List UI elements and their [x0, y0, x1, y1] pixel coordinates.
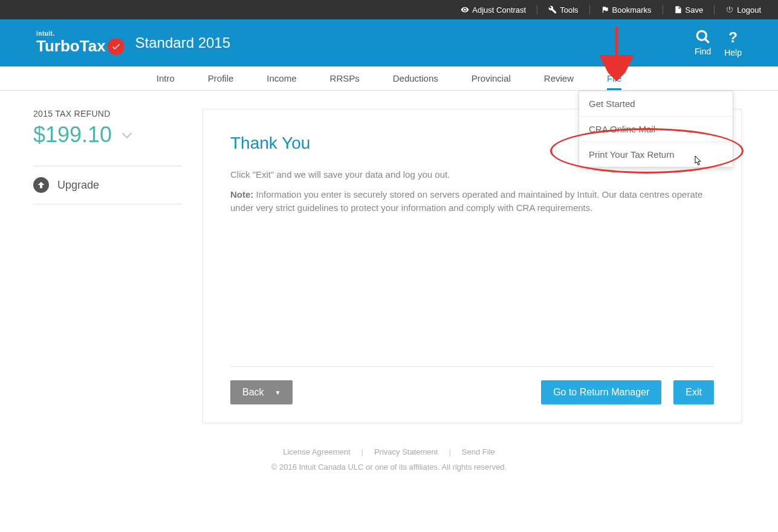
power-icon [725, 5, 734, 14]
separator [663, 5, 663, 15]
flag-icon [601, 5, 609, 14]
search-icon [695, 29, 711, 45]
question-icon: ? [728, 29, 737, 46]
separator: | [449, 447, 450, 456]
save-link[interactable]: Save [669, 5, 708, 15]
panel-footer: Back ▼ Go to Return Manager Exit [230, 366, 714, 404]
nav-tabs: Intro Profile Income RRSPs Deductions Pr… [0, 66, 778, 91]
tab-deductions[interactable]: Deductions [393, 67, 438, 89]
header-brand: intuit. TurboTax Standard 2015 [36, 30, 230, 56]
dropdown-get-started[interactable]: Get Started [579, 91, 733, 117]
refund-amount: $199.10 [33, 122, 112, 148]
separator [714, 5, 715, 15]
page-footer: License Agreement | Privacy Statement | … [0, 447, 778, 472]
svg-point-0 [697, 31, 706, 40]
privacy-link[interactable]: Privacy Statement [374, 447, 438, 456]
file-icon [674, 5, 682, 14]
return-manager-button[interactable]: Go to Return Manager [541, 380, 661, 404]
tab-income[interactable]: Income [267, 67, 296, 89]
tab-provincial[interactable]: Provincial [472, 67, 511, 89]
adjust-contrast-label: Adjust Contrast [472, 5, 526, 15]
refund-row[interactable]: $199.10 [33, 122, 181, 148]
utility-bar: Adjust Contrast Tools Bookmarks Save Log… [0, 0, 778, 19]
check-badge-icon [108, 38, 125, 55]
tab-review[interactable]: Review [544, 67, 574, 89]
file-dropdown: Get Started CRA Online Mail Print Your T… [579, 91, 733, 167]
caret-down-icon: ▼ [275, 389, 281, 396]
send-file-link[interactable]: Send File [462, 447, 495, 456]
sidebar: 2015 TAX REFUND $199.10 Upgrade [33, 109, 181, 423]
exit-button[interactable]: Exit [673, 380, 714, 404]
tab-profile[interactable]: Profile [208, 67, 234, 89]
tab-intro[interactable]: Intro [157, 67, 175, 89]
find-button[interactable]: Find [695, 29, 711, 57]
chevron-down-icon [120, 131, 134, 139]
license-link[interactable]: License Agreement [283, 447, 350, 456]
logo: intuit. TurboTax [36, 30, 125, 56]
adjust-contrast-link[interactable]: Adjust Contrast [456, 5, 531, 15]
dropdown-cra-mail[interactable]: CRA Online Mail [579, 117, 733, 142]
separator: | [361, 447, 363, 456]
divider [33, 166, 181, 166]
refund-label: 2015 TAX REFUND [33, 109, 181, 118]
app-header: intuit. TurboTax Standard 2015 Find ? He… [0, 19, 778, 66]
svg-line-1 [705, 39, 709, 43]
save-label: Save [686, 5, 704, 15]
separator [537, 5, 537, 15]
security-note: Note: Information you enter is securely … [230, 188, 714, 215]
upgrade-label: Upgrade [57, 179, 99, 192]
bookmarks-link[interactable]: Bookmarks [596, 5, 656, 15]
intuit-label: intuit. [36, 30, 125, 37]
find-label: Find [695, 47, 711, 56]
help-button[interactable]: ? Help [724, 29, 742, 57]
tools-label: Tools [560, 5, 578, 15]
note-text: Information you enter is securely stored… [230, 189, 702, 213]
logout-link[interactable]: Logout [721, 5, 766, 15]
header-actions: Find ? Help [695, 29, 742, 57]
back-label: Back [242, 387, 264, 398]
copyright: © 2016 Intuit Canada ULC or one of its a… [0, 462, 778, 472]
exit-instruction: Click "Exit" and we will save your data … [230, 168, 714, 182]
upgrade-arrow-icon [33, 177, 49, 193]
turbotax-label: TurboTax [36, 37, 106, 56]
upgrade-button[interactable]: Upgrade [33, 177, 181, 204]
note-label: Note: [230, 189, 253, 199]
dropdown-print-return[interactable]: Print Your Tax Return [579, 142, 733, 167]
help-label: Help [724, 48, 742, 57]
logout-label: Logout [737, 5, 761, 15]
bookmarks-label: Bookmarks [612, 5, 652, 15]
eye-icon [461, 5, 469, 14]
wrench-icon [548, 5, 557, 14]
tab-file[interactable]: File [607, 67, 621, 89]
back-button[interactable]: Back ▼ [230, 380, 293, 404]
tools-link[interactable]: Tools [543, 5, 583, 15]
product-name: Standard 2015 [135, 34, 230, 51]
separator [589, 5, 590, 15]
tab-rrsps[interactable]: RRSPs [330, 67, 360, 89]
